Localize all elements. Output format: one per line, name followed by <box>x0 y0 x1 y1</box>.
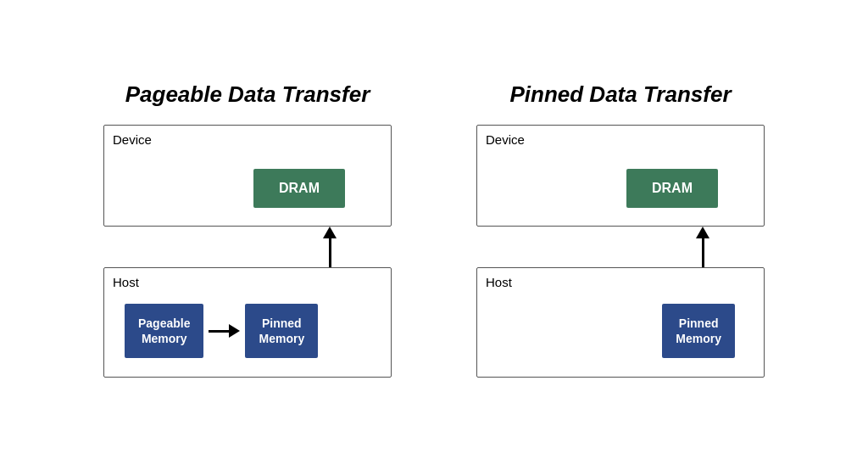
pinned-arrow-head <box>696 227 709 238</box>
pageable-h-arrow-line <box>209 330 229 333</box>
pinned-arrow-line <box>702 238 704 267</box>
pinned-host-inner: PinnedMemory <box>489 278 752 358</box>
pageable-host-label: Host <box>113 275 139 289</box>
pageable-vertical-arrow <box>323 227 337 267</box>
pageable-device-label: Device <box>113 132 152 147</box>
pinned-vertical-arrow-container <box>476 227 765 267</box>
pageable-diagram: Pageable Data Transfer Device DRAM Host … <box>86 81 409 378</box>
pageable-horizontal-arrow <box>209 324 240 338</box>
pinned-vertical-arrow <box>696 227 709 267</box>
pageable-host-inner: PageableMemory PinnedMemory <box>116 278 379 358</box>
pinned-device-label: Device <box>486 132 525 147</box>
pinned-diagram: Pinned Data Transfer Device DRAM Host Pi… <box>459 81 782 378</box>
pinned-device-box: Device DRAM <box>476 125 765 227</box>
main-container: Pageable Data Transfer Device DRAM Host … <box>70 64 798 395</box>
pageable-host-box: Host PageableMemory PinnedMemory <box>103 267 392 378</box>
pageable-title: Pageable Data Transfer <box>125 81 370 108</box>
pinned-memory-block: PinnedMemory <box>662 304 735 358</box>
pageable-arrow-head <box>323 227 337 238</box>
pageable-pinned-memory-block: PinnedMemory <box>245 304 318 358</box>
pinned-host-label: Host <box>486 275 512 289</box>
pageable-memory-block: PageableMemory <box>125 304 203 358</box>
pinned-title: Pinned Data Transfer <box>509 81 731 108</box>
pageable-dram-block: DRAM <box>253 169 345 208</box>
pinned-dram-block: DRAM <box>626 169 718 208</box>
pageable-h-arrow-head <box>229 324 240 338</box>
pageable-vertical-arrow-container <box>103 227 392 267</box>
pinned-host-box: Host PinnedMemory <box>476 267 765 378</box>
pageable-arrow-line <box>329 238 331 267</box>
pageable-device-box: Device DRAM <box>103 125 392 227</box>
